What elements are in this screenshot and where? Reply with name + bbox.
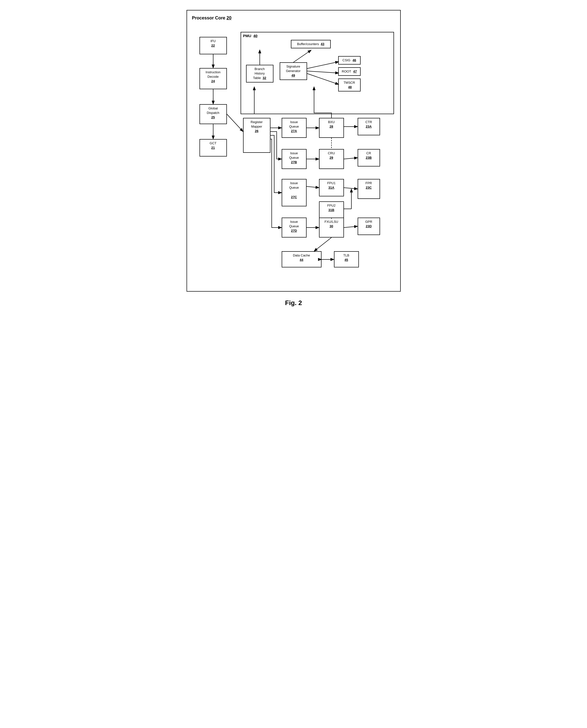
svg-line-3 [307, 73, 338, 84]
root-block: ROOT 47 [338, 67, 360, 76]
bht-block: Branch History Table 32 [246, 65, 274, 83]
fpu1-block: FPU1 31A [319, 179, 344, 197]
global-dispatch-block: Global Dispatch 25 [199, 104, 227, 124]
svg-line-17 [344, 188, 358, 189]
processor-core-title: Processor Core 20 [192, 16, 395, 21]
fxu-lsu-block: FXU/LSU 30 [319, 218, 344, 237]
svg-line-13 [307, 186, 319, 188]
bxu-block: BXU 28 [319, 118, 344, 138]
outer-processor-box: Processor Core 20 PMU 40 Buffer/counters… [187, 10, 401, 292]
gct-block: GCT 21 [199, 139, 227, 157]
page: Processor Core 20 PMU 40 Buffer/counters… [182, 5, 406, 312]
processor-core-num: 20 [227, 16, 232, 20]
svg-line-1 [307, 62, 338, 69]
iq-c-block: Issue Queue 27C [282, 179, 307, 206]
data-cache-block: Data Cache 44 [282, 251, 322, 268]
gpr-block: GPR 23D [358, 218, 380, 235]
tmscr-block: TMSCR 48 [338, 78, 360, 91]
iq-d-block: Issue Queue 27D [282, 218, 307, 237]
sig-gen-block: Signature Generator 49 [280, 62, 307, 80]
svg-line-21 [314, 237, 331, 251]
svg-line-8 [227, 114, 243, 132]
ifu-block: IFU 22 [199, 37, 227, 54]
cr-block: CR 23B [358, 149, 380, 166]
iq-a-block: Issue Queue 27A [282, 118, 307, 138]
svg-line-20 [344, 226, 358, 228]
pmu-title: PMU 40 [241, 32, 394, 39]
pmu-box: PMU 40 Buffer/counters 43 CSIG 46 ROOT 4… [240, 32, 394, 114]
svg-line-2 [307, 71, 338, 73]
csig-block: CSIG 46 [338, 56, 360, 65]
tlb-block: TLB 45 [334, 251, 359, 268]
fpr-block: FPR 23C [358, 179, 380, 199]
cru-block: CRU 29 [319, 149, 344, 169]
reg-mapper-block: Register Mapper 26 [243, 118, 271, 153]
svg-line-0 [294, 50, 311, 62]
diagram-area: PMU 40 Buffer/counters 43 CSIG 46 ROOT 4… [192, 24, 395, 286]
buf-counters-block: Buffer/counters 43 [291, 40, 331, 48]
iq-b-block: Issue Queue 27B [282, 149, 307, 169]
svg-line-16 [344, 158, 358, 159]
instr-decode-block: Instruction Decode 24 [199, 68, 227, 89]
fig-caption: Fig. 2 [187, 299, 401, 307]
ctr-block: CTR 23A [358, 118, 380, 135]
pmu-num: 40 [253, 33, 258, 38]
fpu2-block: FPU2 31B [319, 201, 344, 219]
